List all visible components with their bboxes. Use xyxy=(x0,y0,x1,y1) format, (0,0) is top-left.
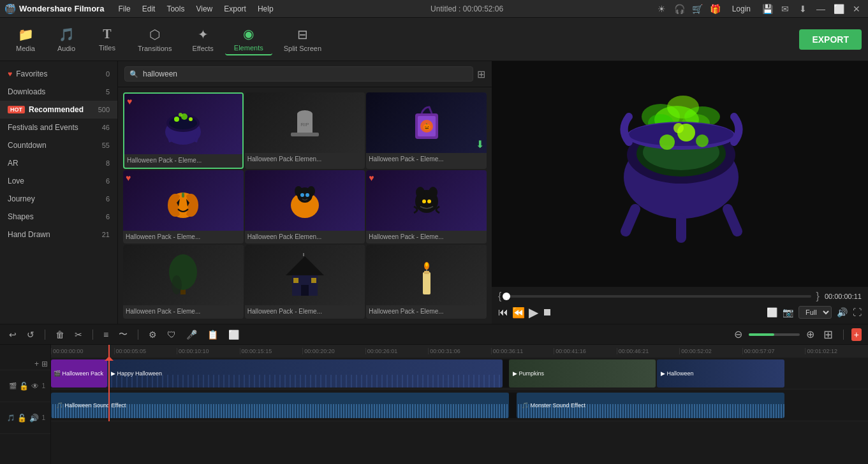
video-clip-3[interactable]: ▶ Halloween xyxy=(657,359,784,388)
properties-button[interactable]: ≡ xyxy=(101,328,111,341)
settings-button[interactable]: ⚙ xyxy=(146,328,159,341)
thumbnail-4[interactable]: ♥ Halloween Pack - Eleme... xyxy=(123,170,244,244)
headphone-icon[interactable]: 🎧 xyxy=(673,3,686,15)
audio-clip-2[interactable]: 🎵 Monster Sound Effect xyxy=(517,393,784,418)
sidebar-item-journey[interactable]: Journey 6 xyxy=(0,190,117,208)
more-button[interactable]: + xyxy=(851,328,862,341)
thumbnail-7[interactable]: Halloween Pack - Eleme... xyxy=(123,245,244,319)
split-button[interactable]: ⊞ xyxy=(821,326,835,343)
close-icon[interactable]: ✕ xyxy=(850,3,863,15)
zoom-fill xyxy=(749,333,774,336)
bracket-left[interactable]: { xyxy=(498,291,501,302)
menu-view[interactable]: View xyxy=(191,3,217,15)
video-clip-1[interactable]: ▶ Happy Halloween xyxy=(107,359,503,388)
lock-icon-audio[interactable]: 🔓 xyxy=(17,414,27,423)
thumbnail-6[interactable]: ♥ Halloween Pack - Eleme... xyxy=(366,170,487,244)
cut-button[interactable]: ✂ xyxy=(72,328,85,341)
export-button[interactable]: EXPORT xyxy=(799,29,862,50)
login-button[interactable]: Login xyxy=(727,3,756,15)
video-clip-element[interactable]: 🎬 Halloween Pack xyxy=(51,359,107,388)
menu-bar: 🎬 Wondershare Filmora File Edit Tools Vi… xyxy=(0,0,868,18)
eye-icon-video[interactable]: 👁 xyxy=(31,382,39,391)
save-icon[interactable]: 💾 xyxy=(761,3,774,15)
timeline-track-labels: + ⊞ 🎬 🔓 👁 1 🎵 🔓 🔊 1 xyxy=(0,345,51,464)
ruler-mark-1: 00:00:05:05 xyxy=(114,348,177,354)
sidebar-item-festivals[interactable]: Festivals and Events 46 xyxy=(0,119,117,136)
tab-media[interactable]: 📁 Media xyxy=(6,24,45,55)
thumbnail-2[interactable]: RIP Halloween Pack Elemen... xyxy=(245,92,365,169)
skip-back-button[interactable]: ⏮ xyxy=(498,307,508,318)
mail-icon[interactable]: ✉ xyxy=(779,3,791,15)
sidebar-item-favorites[interactable]: ♥ Favorites 0 xyxy=(0,65,117,83)
volume-icon[interactable]: 🔊 xyxy=(837,307,848,317)
video-clip-2[interactable]: ▶ Pumpkins xyxy=(509,359,656,388)
menu-edit[interactable]: Edit xyxy=(137,3,161,15)
tab-titles[interactable]: T Titles xyxy=(88,24,126,54)
timeline: ↩ ↺ 🗑 ✂ ≡ 〜 ⚙ 🛡 🎤 📋 ⬜ ⊖ ⊕ ⊞ + + xyxy=(0,324,868,464)
sidebar-journey-label: Journey xyxy=(8,194,35,203)
play-button[interactable]: ▶ xyxy=(529,305,538,320)
undo-button[interactable]: ↩ xyxy=(6,328,19,341)
tab-split-screen[interactable]: ⊟ Split Screen xyxy=(275,24,330,55)
thumbnail-8[interactable]: Halloween Pack - Eleme... xyxy=(245,245,365,319)
mask-button[interactable]: 🛡 xyxy=(165,328,179,341)
maximize-icon[interactable]: ⬜ xyxy=(832,3,845,15)
stop-button[interactable]: ⏹ xyxy=(542,307,552,318)
scrubber-track[interactable] xyxy=(506,295,811,298)
sidebar-item-ar[interactable]: AR 8 xyxy=(0,154,117,172)
delete-button[interactable]: 🗑 xyxy=(53,328,67,341)
lock-icon-video[interactable]: 🔓 xyxy=(19,382,29,391)
tab-audio[interactable]: 🎵 Audio xyxy=(47,24,85,55)
sidebar-item-hand-drawn[interactable]: Hand Drawn 21 xyxy=(0,226,117,243)
add-track-button[interactable]: + xyxy=(34,359,39,368)
sidebar-item-love[interactable]: Love 6 xyxy=(0,172,117,190)
menu-tools[interactable]: Tools xyxy=(161,3,189,15)
zoom-out-button[interactable]: ⊖ xyxy=(732,327,745,342)
menu-file[interactable]: File xyxy=(113,3,135,15)
grid-view-icon[interactable]: ⊞ xyxy=(477,68,485,80)
ruler-mark-8: 00:00:41:16 xyxy=(554,348,617,354)
redo-button[interactable]: ↺ xyxy=(24,328,37,341)
bracket-right[interactable]: } xyxy=(816,291,820,302)
volume-icon-audio[interactable]: 🔊 xyxy=(29,414,39,423)
svg-marker-39 xyxy=(286,256,324,275)
track-options-button[interactable]: ⊞ xyxy=(41,359,48,368)
stabilize-button[interactable]: ⬜ xyxy=(226,328,242,341)
minimize-icon[interactable]: — xyxy=(814,3,827,15)
sidebar-item-recommended[interactable]: HOT Recommended 500 xyxy=(0,101,117,119)
thumbnail-9[interactable]: Halloween Pack - Eleme... xyxy=(366,245,487,319)
svg-rect-42 xyxy=(311,278,316,283)
gift-icon[interactable]: 🎁 xyxy=(709,3,722,15)
zoom-track[interactable] xyxy=(749,333,800,336)
sidebar-item-shapes[interactable]: Shapes 6 xyxy=(0,208,117,226)
sun-icon[interactable]: ☀ xyxy=(656,3,668,15)
scrubber-thumb[interactable] xyxy=(503,293,510,300)
fit-screen-icon[interactable]: ⬜ xyxy=(767,307,777,317)
menu-export[interactable]: Export xyxy=(219,3,251,15)
audio-button[interactable]: 〜 xyxy=(116,328,130,342)
tab-transitions[interactable]: ⬡ Transitions xyxy=(129,24,180,55)
thumbnail-1[interactable]: ♥ Halloween Pack - Eleme... xyxy=(123,92,244,169)
search-input[interactable] xyxy=(124,66,473,82)
thumb-label-6: Halloween Pack - Eleme... xyxy=(366,231,487,244)
tab-elements[interactable]: ◉ Elements xyxy=(225,24,272,55)
sidebar-item-countdown[interactable]: Countdown 55 xyxy=(0,136,117,154)
record-button[interactable]: 🎤 xyxy=(184,328,200,341)
quality-select[interactable]: Full 1/2 1/4 xyxy=(798,306,832,319)
sidebar-item-downloads[interactable]: Downloads 5 xyxy=(0,83,117,101)
cart-icon[interactable]: 🛒 xyxy=(691,3,704,15)
caption-button[interactable]: 📋 xyxy=(205,328,221,341)
step-back-button[interactable]: ⏪ xyxy=(512,307,525,319)
fullscreen-icon[interactable]: ⛶ xyxy=(853,307,862,317)
thumbnail-5[interactable]: Halloween Pack Elemen... xyxy=(245,170,365,244)
tab-effects[interactable]: ✦ Effects xyxy=(183,24,222,55)
audio-clip-1[interactable]: 🎵 Halloween Sound Effect xyxy=(51,393,509,418)
download-icon[interactable]: ⬇ xyxy=(797,3,809,15)
thumbnail-3[interactable]: ⬇ 🎃 Halloween Pack - Eleme... xyxy=(366,92,487,169)
ruler-mark-6: 00:00:31:06 xyxy=(428,348,491,354)
menu-help[interactable]: Help xyxy=(253,3,279,15)
audio-clip-1-label: 🎵 Halloween Sound Effect xyxy=(56,402,126,409)
zoom-in-button[interactable]: ⊕ xyxy=(804,327,817,342)
snapshot-icon[interactable]: 📷 xyxy=(783,307,793,317)
header-icons: ☀ 🎧 🛒 🎁 Login 💾 ✉ ⬇ — ⬜ ✕ xyxy=(656,3,863,15)
